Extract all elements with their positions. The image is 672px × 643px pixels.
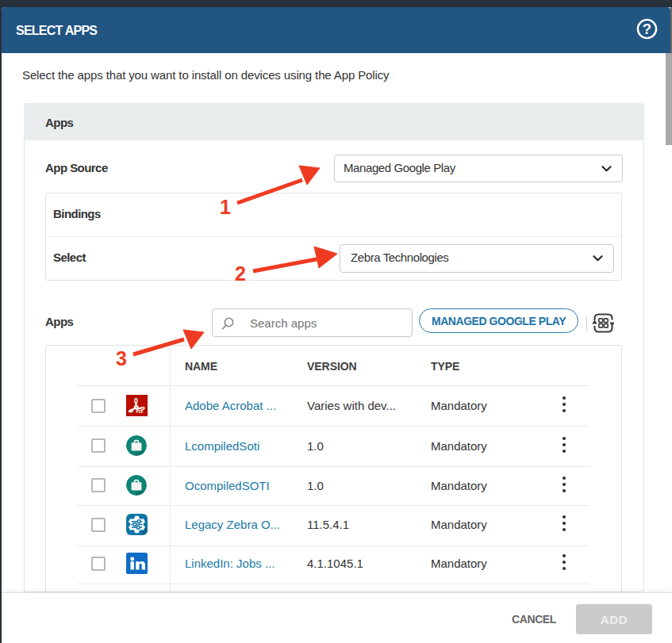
svg-text:2: 2 (235, 262, 246, 285)
svg-text:1: 1 (220, 196, 231, 218)
svg-text:3: 3 (116, 347, 127, 369)
